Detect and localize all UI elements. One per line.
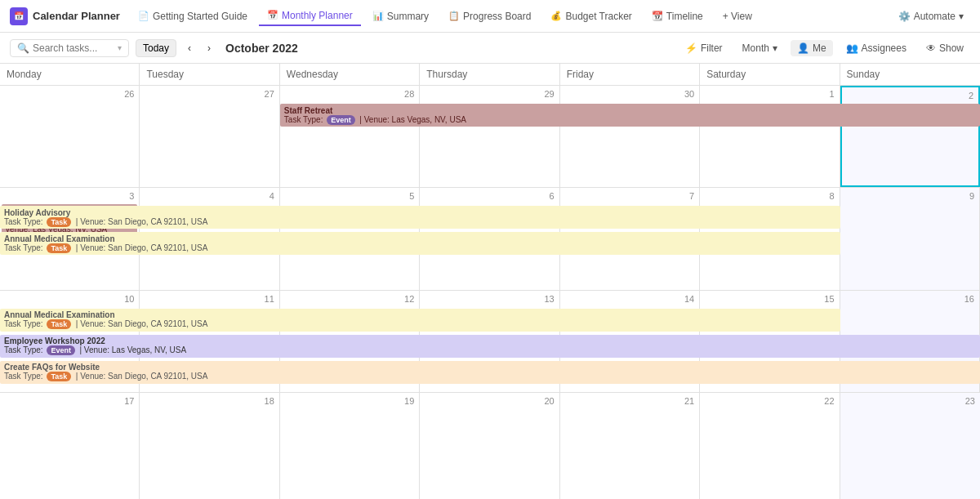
calendar-row-3: 10 11 12 13 14 15 16 Annual Medical Exam… bbox=[0, 291, 980, 393]
day-cell-17[interactable]: 17 bbox=[0, 393, 140, 499]
event-type-tag-staff-retreat-r1: Event bbox=[327, 115, 355, 125]
day-number-19: 19 bbox=[282, 394, 417, 408]
tab-progress-board[interactable]: 📋 Progress Board bbox=[440, 7, 539, 25]
day-header-friday: Friday bbox=[560, 64, 700, 85]
month-label: Month bbox=[742, 42, 769, 54]
day-number-4: 4 bbox=[141, 189, 277, 203]
event-title-workshop: Employee Workshop 2022 bbox=[4, 336, 976, 345]
day-number-17: 17 bbox=[2, 394, 137, 408]
event-title-medical-r3: Annual Medical Examination bbox=[4, 310, 836, 319]
event-holiday-advisory[interactable]: Holiday Advisory Task Type: Task | Venue… bbox=[0, 206, 840, 229]
event-sub-medical-r2: Task Type: Task | Venue: San Diego, CA 9… bbox=[4, 243, 836, 253]
day-number-7: 7 bbox=[562, 189, 697, 203]
day-number-30: 30 bbox=[562, 87, 697, 100]
tab-budget-tracker[interactable]: 💰 Budget Tracker bbox=[542, 7, 639, 25]
day-header-wednesday: Wednesday bbox=[280, 64, 420, 85]
nav-right: ⚙️ Automate ▾ bbox=[892, 7, 970, 25]
event-title-staff-retreat-r1: Staff Retreat bbox=[284, 106, 976, 115]
day-cell-30[interactable]: 30 bbox=[560, 86, 700, 187]
day-cell-18[interactable]: 18 bbox=[140, 393, 279, 499]
day-cell-27[interactable]: 27 bbox=[140, 86, 279, 187]
day-cell-26[interactable]: 26 bbox=[0, 86, 140, 187]
top-nav: 📅 Calendar Planner 📄 Getting Started Gui… bbox=[0, 0, 980, 33]
tab-icon-monthly-planner: 📅 bbox=[267, 10, 278, 20]
tab-label-timeline: Timeline bbox=[666, 11, 703, 22]
event-sub-workshop: Task Type: Event | Venue: Las Vegas, NV,… bbox=[4, 345, 976, 355]
tab-icon-budget-tracker: 💰 bbox=[550, 11, 562, 21]
day-header-saturday: Saturday bbox=[700, 64, 840, 85]
filter-icon: ⚡ bbox=[685, 42, 697, 54]
day-number-15: 15 bbox=[702, 292, 837, 305]
day-number-20: 20 bbox=[421, 394, 557, 408]
calendar-row-2: 3 Staff Retreat Task Type: Event | Venue… bbox=[0, 188, 980, 290]
day-cell-22[interactable]: 22 bbox=[700, 393, 840, 499]
day-number-22: 22 bbox=[702, 394, 837, 408]
day-cell-20[interactable]: 20 bbox=[420, 393, 559, 499]
tab-monthly-planner[interactable]: 📅 Monthly Planner bbox=[259, 7, 361, 26]
day-number-13: 13 bbox=[421, 292, 557, 305]
prev-month-button[interactable]: ‹ bbox=[183, 40, 196, 56]
tab-label-progress-board: Progress Board bbox=[463, 11, 531, 22]
day-header-thursday: Thursday bbox=[420, 64, 559, 85]
show-eye-icon: 👁 bbox=[926, 42, 936, 54]
event-annual-medical-row3[interactable]: Annual Medical Examination Task Type: Ta… bbox=[0, 309, 840, 332]
show-button[interactable]: 👁 Show bbox=[920, 40, 970, 56]
tab-getting-started[interactable]: 📄 Getting Started Guide bbox=[130, 7, 256, 25]
event-sub-staff-retreat-r1: Task Type: Event | Venue: Las Vegas, NV,… bbox=[284, 115, 976, 125]
month-dropdown-button[interactable]: Month ▾ bbox=[736, 40, 784, 56]
day-header-sunday: Sunday bbox=[840, 64, 980, 85]
calendar-body: 26 27 28 29 30 1 2 Staff Retreat Task Ty… bbox=[0, 86, 980, 499]
assignees-button[interactable]: 👥 Assignees bbox=[840, 40, 913, 56]
automate-label: Automate bbox=[914, 11, 956, 22]
day-cell-2[interactable]: 2 bbox=[840, 86, 980, 187]
logo-icon: 📅 bbox=[10, 7, 28, 25]
tab-view[interactable]: + View bbox=[715, 7, 760, 25]
event-title-faqs: Create FAQs for Website bbox=[4, 363, 976, 372]
day-number-28: 28 bbox=[282, 87, 417, 100]
event-sub-holiday: Task Type: Task | Venue: San Diego, CA 9… bbox=[4, 217, 836, 227]
tab-icon-timeline: 📆 bbox=[652, 11, 663, 21]
event-type-tag-faqs: Task bbox=[47, 372, 71, 381]
day-number-11: 11 bbox=[141, 292, 277, 305]
search-box[interactable]: 🔍 ▾ bbox=[10, 39, 129, 57]
tab-summary[interactable]: 📊 Summary bbox=[364, 7, 437, 25]
day-number-27: 27 bbox=[141, 87, 277, 100]
day-number-10: 10 bbox=[2, 292, 137, 305]
next-month-button[interactable]: › bbox=[203, 40, 216, 56]
event-annual-medical-row2[interactable]: Annual Medical Examination Task Type: Ta… bbox=[0, 232, 840, 255]
day-cell-28[interactable]: 28 bbox=[280, 86, 420, 187]
filter-button[interactable]: ⚡ Filter bbox=[679, 40, 729, 56]
day-header-tuesday: Tuesday bbox=[140, 64, 279, 85]
me-label: Me bbox=[813, 42, 826, 54]
day-cell-29[interactable]: 29 bbox=[420, 86, 559, 187]
me-button[interactable]: 👤 Me bbox=[791, 40, 833, 56]
calendar-header: Monday Tuesday Wednesday Thursday Friday… bbox=[0, 64, 980, 86]
tab-timeline[interactable]: 📆 Timeline bbox=[644, 7, 711, 25]
tab-label-budget-tracker: Budget Tracker bbox=[565, 11, 631, 22]
day-number-5: 5 bbox=[282, 189, 417, 203]
today-button[interactable]: Today bbox=[136, 39, 176, 57]
month-chevron-icon: ▾ bbox=[773, 42, 777, 54]
tab-label-getting-started: Getting Started Guide bbox=[153, 11, 247, 22]
day-number-16: 16 bbox=[842, 292, 978, 305]
event-create-faqs[interactable]: Create FAQs for Website Task Type: Task … bbox=[0, 361, 980, 384]
day-cell-1[interactable]: 1 bbox=[700, 86, 840, 187]
search-input[interactable] bbox=[33, 42, 114, 54]
day-number-26: 26 bbox=[2, 87, 137, 100]
day-cell-9[interactable]: 9 bbox=[840, 188, 980, 289]
event-type-tag-medical-r3: Task bbox=[47, 319, 71, 329]
event-sub-medical-r3: Task Type: Task | Venue: San Diego, CA 9… bbox=[4, 319, 836, 329]
event-staff-retreat-row1[interactable]: Staff Retreat Task Type: Event | Venue: … bbox=[280, 104, 980, 127]
day-number-14: 14 bbox=[562, 292, 697, 305]
automate-chevron-icon: ▾ bbox=[959, 11, 964, 22]
event-employee-workshop[interactable]: Employee Workshop 2022 Task Type: Event … bbox=[0, 335, 980, 358]
day-number-6: 6 bbox=[421, 189, 557, 203]
day-cell-21[interactable]: 21 bbox=[560, 393, 700, 499]
toolbar: 🔍 ▾ Today ‹ › October 2022 ⚡ Filter Mont… bbox=[0, 33, 980, 64]
event-title-medical-r2: Annual Medical Examination bbox=[4, 234, 836, 243]
day-cell-23[interactable]: 23 bbox=[840, 393, 980, 499]
day-cell-19[interactable]: 19 bbox=[280, 393, 420, 499]
calendar-row-4: 17 18 19 20 21 22 23 bbox=[0, 393, 980, 499]
search-chevron-icon: ▾ bbox=[118, 43, 122, 52]
automate-button[interactable]: ⚙️ Automate ▾ bbox=[892, 7, 970, 25]
